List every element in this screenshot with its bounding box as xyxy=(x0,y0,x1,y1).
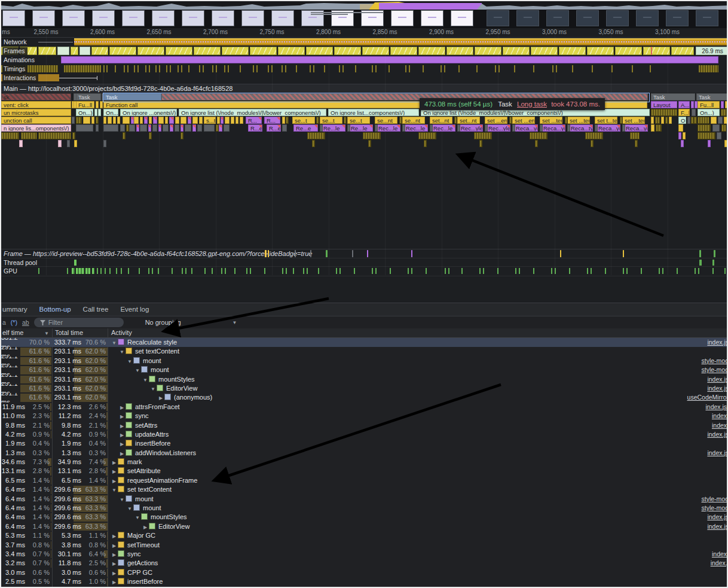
flame-bar[interactable]: Task xyxy=(103,93,161,100)
flame-bar[interactable] xyxy=(197,124,202,132)
flame-bar[interactable]: Rec...yle xyxy=(486,124,510,132)
flame-bar[interactable] xyxy=(225,117,230,124)
flame-bar[interactable]: Rec...le xyxy=(403,124,428,132)
table-row[interactable]: 291.1 ms61.6 %293.1 ms62.0 %▼EditorViewi… xyxy=(1,384,728,393)
table-row[interactable]: 1.3 ms0.3 %1.3 ms0.3 %▶addWindowListener… xyxy=(1,449,728,458)
flame-bar[interactable] xyxy=(96,124,99,132)
flame-bar[interactable]: Reca...yle xyxy=(623,124,648,132)
flame-bar[interactable]: R... xyxy=(264,117,280,124)
flame-bar[interactable] xyxy=(100,101,103,108)
flame-bar[interactable] xyxy=(721,109,727,116)
expanded-arrow-icon[interactable]: ▼ xyxy=(127,504,133,513)
table-row[interactable]: 3.7 ms0.8 %3.8 ms0.8 %▶setTimeout xyxy=(1,541,728,550)
flame-bar[interactable] xyxy=(235,117,238,124)
collapsed-arrow-icon[interactable]: ▶ xyxy=(158,394,164,402)
source-link[interactable]: index.js xyxy=(707,384,728,393)
flame-bar[interactable] xyxy=(661,117,664,124)
flame-bar[interactable] xyxy=(149,117,152,124)
column-total-time[interactable]: Total time xyxy=(53,328,110,337)
flame-bar[interactable] xyxy=(181,117,186,124)
source-link[interactable]: useCodeMirror xyxy=(687,393,728,402)
flame-bar[interactable]: O... xyxy=(678,117,686,124)
flame-bar[interactable] xyxy=(140,117,143,124)
flame-bar[interactable] xyxy=(402,124,405,132)
flame-bar[interactable] xyxy=(591,140,594,147)
flame-bar[interactable] xyxy=(175,124,179,132)
flame-bar[interactable] xyxy=(698,124,711,132)
flame-bar[interactable]: Rec...le xyxy=(431,124,455,132)
tooltip-longtask-link[interactable]: Long task xyxy=(517,100,547,108)
flame-bar[interactable] xyxy=(655,117,660,124)
flame-bar[interactable] xyxy=(1,132,19,139)
flame-bar[interactable] xyxy=(530,132,547,139)
flame-bar[interactable]: set...nt xyxy=(430,117,452,124)
table-row[interactable]: 6.5 ms1.4 %6.5 ms1.4 %▶requestAnimationF… xyxy=(1,476,728,485)
flame-bar[interactable] xyxy=(103,117,106,124)
flame-bar[interactable] xyxy=(117,117,120,124)
flame-bar[interactable] xyxy=(38,132,71,139)
collapsed-arrow-icon[interactable]: ▶ xyxy=(111,541,117,550)
flame-bar[interactable] xyxy=(170,124,173,132)
source-link[interactable]: index. xyxy=(712,412,728,421)
flame-bar[interactable] xyxy=(567,124,570,132)
flame-bar[interactable] xyxy=(454,117,457,124)
flame-bar[interactable] xyxy=(681,140,684,147)
grouping-dropdown[interactable]: No grouping ▼ xyxy=(145,319,237,326)
flame-bar[interactable]: se...t xyxy=(347,117,370,124)
flame-bar[interactable] xyxy=(74,140,77,147)
tab-ummary[interactable]: ummary xyxy=(1,304,33,316)
flame-bar[interactable] xyxy=(474,132,492,139)
flame-bar[interactable] xyxy=(622,124,625,132)
collapsed-arrow-icon[interactable]: ▶ xyxy=(119,431,125,439)
source-link[interactable]: index.js xyxy=(707,338,728,347)
flame-bar[interactable] xyxy=(181,124,183,132)
flame-bar[interactable] xyxy=(96,117,99,124)
table-row[interactable]: 6.4 ms1.4 %299.6 ms63.3 %▼mountStylesind… xyxy=(1,513,728,522)
flame-bar[interactable] xyxy=(687,117,690,124)
flame-bar[interactable]: On ignore list (\/node_modules\/|\/bower… xyxy=(179,109,326,116)
source-link[interactable]: style-mod xyxy=(701,495,728,504)
table-row[interactable]: 291.1 ms61.6 %293.1 ms62.0 %▼mountStyles… xyxy=(1,375,728,384)
flame-bar[interactable]: set ...ent xyxy=(485,117,507,124)
flame-bar[interactable] xyxy=(669,117,672,124)
collapsed-arrow-icon[interactable]: ▶ xyxy=(119,422,125,430)
flame-bar[interactable] xyxy=(698,132,715,139)
flame-bar[interactable] xyxy=(113,117,116,124)
flame-bar[interactable] xyxy=(72,117,75,124)
column-self-time[interactable]: elf time ▼ xyxy=(1,328,53,337)
flame-bar[interactable]: On ignore list...components\/) xyxy=(328,109,419,116)
flame-bar[interactable]: set ...ent xyxy=(512,117,535,124)
flame-bar[interactable] xyxy=(224,124,230,132)
table-row[interactable]: 6.4 ms1.4 %299.6 ms63.3 %▶EditorViewinde… xyxy=(1,522,728,531)
table-row[interactable]: 11.9 ms2.5 %12.3 ms2.6 %▶attrsFromFaceti… xyxy=(1,403,728,412)
expanded-arrow-icon[interactable]: ▼ xyxy=(119,348,125,356)
source-link[interactable]: index.js xyxy=(707,513,728,522)
flame-bar[interactable]: On...) xyxy=(76,109,93,116)
flame-bar[interactable] xyxy=(96,101,99,108)
flame-bar[interactable] xyxy=(320,124,323,132)
filter-input[interactable]: Filter xyxy=(34,318,124,327)
flame-bar[interactable]: Layout xyxy=(651,101,677,108)
flame-bar[interactable] xyxy=(712,124,720,132)
collapsed-arrow-icon[interactable]: ▶ xyxy=(119,403,125,412)
table-row[interactable]: 6.4 ms1.4 %299.6 ms63.3 %▼mountstyle-mod xyxy=(1,504,728,513)
flame-bar[interactable] xyxy=(67,140,70,147)
flame-bar[interactable] xyxy=(219,124,222,132)
collapsed-arrow-icon[interactable]: ▶ xyxy=(142,523,148,531)
tab-event-log[interactable]: Event log xyxy=(114,304,155,316)
flame-bar[interactable] xyxy=(217,117,220,124)
source-link[interactable]: index.js xyxy=(707,449,728,458)
flame-bar[interactable]: On...) xyxy=(698,109,720,116)
flame-bar[interactable]: s...t xyxy=(204,117,216,124)
flame-bar[interactable] xyxy=(192,124,196,132)
flame-bar[interactable] xyxy=(231,117,234,124)
flame-bar[interactable]: set...nt xyxy=(457,117,480,124)
flame-bar[interactable] xyxy=(76,117,82,124)
source-link[interactable]: style-mod xyxy=(701,357,728,365)
flame-bar[interactable] xyxy=(282,117,285,124)
flame-bar[interactable]: se...nt xyxy=(402,117,425,124)
table-row[interactable]: 11.0 ms2.3 %11.2 ms2.4 %▶syncindex. xyxy=(1,412,728,421)
collapsed-arrow-icon[interactable]: ▶ xyxy=(111,532,117,540)
flame-bar[interactable] xyxy=(635,140,638,147)
flame-bar[interactable] xyxy=(158,117,164,124)
